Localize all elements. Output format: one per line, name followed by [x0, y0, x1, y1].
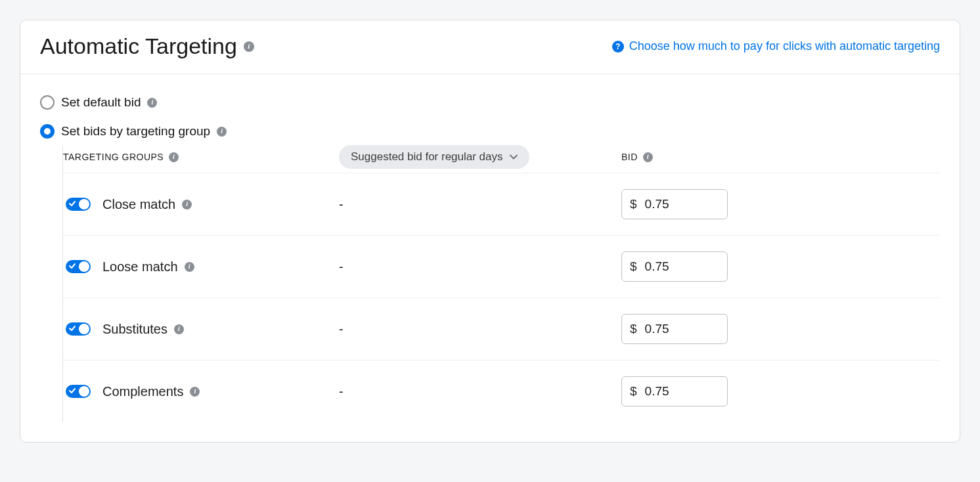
radio-set-bids-by-group[interactable]: Set bids by targeting group i	[40, 124, 940, 139]
help-link-text: Choose how much to pay for clicks with a…	[629, 39, 940, 53]
title-text: Automatic Targeting	[40, 33, 237, 59]
group-name-cell: Close match i	[63, 197, 339, 212]
toggle-knob	[79, 324, 89, 334]
bid-input[interactable]	[645, 197, 719, 211]
toggle-knob	[79, 199, 89, 209]
chevron-down-icon	[510, 153, 518, 161]
info-icon[interactable]: i	[217, 127, 227, 137]
group-name-text: Complements	[102, 384, 183, 399]
bid-input[interactable]	[645, 259, 719, 274]
card-body: Set default bid i Set bids by targeting …	[20, 74, 960, 442]
targeting-group-row: Substitutes i - $	[63, 297, 940, 360]
check-icon	[69, 387, 76, 394]
suggested-bid-value: -	[339, 322, 344, 336]
toggle-knob	[79, 386, 89, 397]
info-icon[interactable]: i	[169, 152, 179, 162]
suggested-bid-cell: -	[339, 197, 621, 212]
bid-input-wrapper[interactable]: $	[621, 376, 728, 406]
currency-symbol: $	[630, 384, 637, 399]
column-header-bid: BID i	[621, 152, 653, 162]
targeting-groups-section: TARGETING GROUPS i Suggested bid for reg…	[62, 145, 940, 422]
bid-cell: $	[621, 252, 728, 282]
targeting-group-row: Complements i - $	[63, 360, 940, 422]
suggested-bid-dropdown[interactable]: Suggested bid for regular days	[339, 145, 529, 169]
group-name-cell: Substitutes i	[63, 322, 339, 337]
radio-icon	[40, 124, 55, 139]
group-toggle[interactable]	[66, 322, 91, 336]
radio-label: Set default bid	[61, 95, 141, 110]
column-header-label: TARGETING GROUPS	[63, 152, 164, 162]
bid-input[interactable]	[645, 384, 719, 399]
group-toggle[interactable]	[66, 260, 91, 273]
info-icon[interactable]: i	[185, 262, 194, 272]
suggested-bid-cell: -	[339, 259, 621, 274]
bid-input-wrapper[interactable]: $	[621, 252, 728, 282]
currency-symbol: $	[630, 197, 637, 211]
group-label: Loose match i	[102, 259, 194, 274]
group-toggle[interactable]	[66, 385, 91, 398]
bid-cell: $	[621, 376, 728, 406]
group-label: Close match i	[102, 197, 192, 212]
info-icon[interactable]: i	[643, 152, 653, 162]
check-icon	[69, 200, 76, 207]
help-icon: ?	[612, 41, 624, 53]
automatic-targeting-card: Automatic Targeting i ? Choose how much …	[20, 20, 960, 443]
targeting-group-row: Close match i - $	[63, 173, 940, 235]
dropdown-label: Suggested bid for regular days	[351, 150, 503, 164]
check-icon	[69, 263, 76, 269]
group-label: Substitutes i	[102, 322, 184, 337]
suggested-bid-cell: -	[339, 322, 621, 337]
bid-cell: $	[621, 189, 728, 219]
radio-icon	[40, 95, 55, 110]
info-icon[interactable]: i	[182, 200, 192, 209]
column-headers: TARGETING GROUPS i Suggested bid for reg…	[63, 145, 940, 173]
bid-input-wrapper[interactable]: $	[621, 314, 728, 344]
column-header-label: BID	[621, 152, 638, 162]
group-name-cell: Loose match i	[63, 259, 339, 274]
currency-symbol: $	[630, 322, 637, 336]
bid-input-wrapper[interactable]: $	[621, 189, 728, 219]
info-icon[interactable]: i	[147, 98, 157, 108]
help-link[interactable]: ? Choose how much to pay for clicks with…	[612, 39, 940, 53]
bid-input[interactable]	[645, 322, 719, 336]
info-icon[interactable]: i	[244, 41, 254, 52]
radio-set-default-bid[interactable]: Set default bid i	[40, 95, 940, 110]
radio-label: Set bids by targeting group	[61, 124, 210, 139]
column-header-groups: TARGETING GROUPS i	[63, 152, 339, 162]
card-header: Automatic Targeting i ? Choose how much …	[20, 20, 960, 74]
group-name-text: Substitutes	[102, 322, 167, 337]
bid-cell: $	[621, 314, 728, 344]
group-name-text: Loose match	[102, 259, 178, 274]
group-name-cell: Complements i	[63, 384, 339, 399]
currency-symbol: $	[630, 259, 637, 274]
info-icon[interactable]: i	[190, 387, 200, 397]
group-toggle[interactable]	[66, 198, 91, 211]
check-icon	[69, 325, 76, 332]
suggested-bid-value: -	[339, 384, 344, 399]
group-label: Complements i	[102, 384, 200, 399]
column-header-suggested: Suggested bid for regular days	[339, 145, 621, 169]
toggle-knob	[79, 261, 89, 272]
group-name-text: Close match	[102, 197, 175, 212]
targeting-group-row: Loose match i - $	[63, 235, 940, 297]
suggested-bid-cell: -	[339, 384, 621, 399]
page-title: Automatic Targeting i	[40, 33, 254, 59]
info-icon[interactable]: i	[174, 324, 184, 334]
suggested-bid-value: -	[339, 259, 344, 274]
suggested-bid-value: -	[339, 197, 344, 211]
